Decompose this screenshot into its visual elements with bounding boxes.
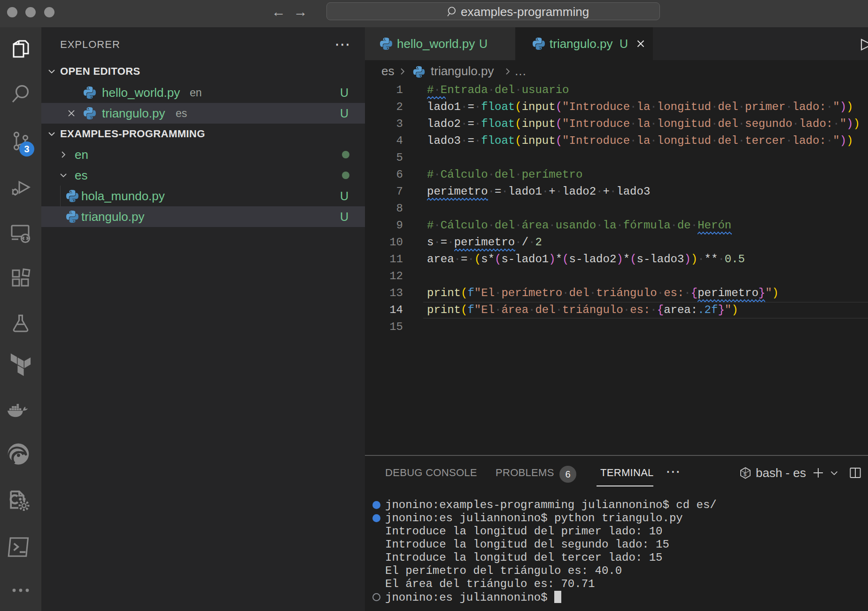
svg-text:$: $: [744, 472, 747, 478]
